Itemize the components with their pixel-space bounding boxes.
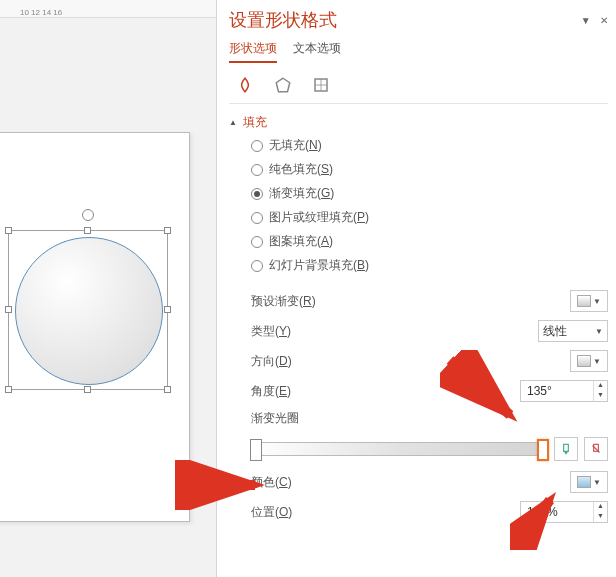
color-swatch-icon	[577, 476, 591, 488]
fill-section-header[interactable]: ▲ 填充	[229, 112, 608, 137]
ruler-marks: 10 12 14 16	[20, 8, 62, 17]
row-position: 位置(O) 100% ▲ ▼	[229, 497, 608, 527]
svg-rect-4	[564, 444, 569, 451]
radio-icon	[251, 260, 263, 272]
resize-handle-w[interactable]	[5, 306, 12, 313]
spinner-down-icon[interactable]: ▼	[594, 512, 607, 522]
row-preset-gradient: 预设渐变(R) ▼	[229, 286, 608, 316]
resize-handle-ne[interactable]	[164, 227, 171, 234]
resize-handle-nw[interactable]	[5, 227, 12, 234]
gradient-stops-label: 渐变光圈	[229, 410, 608, 427]
preset-gradient-dropdown[interactable]: ▼	[570, 290, 608, 312]
effects-icon[interactable]	[271, 73, 295, 97]
spinner-up-icon[interactable]: ▲	[594, 381, 607, 391]
panel-title: 设置形状格式	[229, 8, 337, 32]
type-value: 线性	[543, 323, 567, 340]
svg-marker-5	[564, 451, 569, 455]
gradient-stop-right[interactable]	[537, 439, 549, 461]
fill-section-label: 填充	[243, 114, 267, 131]
position-spinner[interactable]: 100% ▲ ▼	[520, 501, 608, 523]
radio-slide-bg-fill[interactable]: 幻灯片背景填充(B)	[251, 257, 608, 274]
gradient-stop-left[interactable]	[250, 439, 262, 461]
direction-swatch-icon	[577, 355, 591, 367]
row-color: 颜色(C) ▼	[229, 467, 608, 497]
add-stop-button[interactable]	[554, 437, 578, 461]
resize-handle-sw[interactable]	[5, 386, 12, 393]
radio-icon	[251, 164, 263, 176]
panel-menu-caret-icon[interactable]: ▼	[581, 15, 591, 26]
spinner-up-icon[interactable]: ▲	[594, 502, 607, 512]
radio-icon	[251, 188, 263, 200]
direction-dropdown[interactable]: ▼	[570, 350, 608, 372]
radio-gradient-fill[interactable]: 渐变填充(G)	[251, 185, 608, 202]
angle-value: 135°	[521, 384, 593, 398]
collapse-triangle-icon: ▲	[229, 118, 237, 127]
resize-handle-s[interactable]	[84, 386, 91, 393]
circle-shape[interactable]	[15, 237, 163, 385]
radio-icon	[251, 140, 263, 152]
canvas-area: 10 12 14 16	[0, 0, 216, 577]
panel-tabs: 形状选项 文本选项	[229, 40, 608, 63]
resize-handle-se[interactable]	[164, 386, 171, 393]
position-value: 100%	[521, 505, 593, 519]
preset-swatch-icon	[577, 295, 591, 307]
format-shape-panel: 设置形状格式 ▼ ✕ 形状选项 文本选项 ▲ 填充 无填充(N)	[216, 0, 616, 577]
resize-handle-e[interactable]	[164, 306, 171, 313]
selection-box[interactable]	[8, 230, 168, 390]
svg-marker-0	[276, 78, 290, 92]
row-angle: 角度(E) 135° ▲ ▼	[229, 376, 608, 406]
remove-stop-button[interactable]	[584, 437, 608, 461]
radio-solid-fill[interactable]: 纯色填充(S)	[251, 161, 608, 178]
radio-pattern-fill[interactable]: 图案填充(A)	[251, 233, 608, 250]
rotate-handle[interactable]	[82, 209, 94, 221]
resize-handle-n[interactable]	[84, 227, 91, 234]
gradient-slider[interactable]	[251, 442, 548, 456]
tab-shape-options[interactable]: 形状选项	[229, 40, 277, 63]
radio-icon	[251, 236, 263, 248]
row-direction: 方向(D) ▼	[229, 346, 608, 376]
horizontal-ruler: 10 12 14 16	[0, 0, 216, 18]
panel-close-icon[interactable]: ✕	[600, 15, 608, 26]
radio-icon	[251, 212, 263, 224]
size-properties-icon[interactable]	[309, 73, 333, 97]
color-dropdown[interactable]: ▼	[570, 471, 608, 493]
tab-text-options[interactable]: 文本选项	[293, 40, 341, 63]
angle-spinner[interactable]: 135° ▲ ▼	[520, 380, 608, 402]
radio-picture-fill[interactable]: 图片或纹理填充(P)	[251, 209, 608, 226]
spinner-down-icon[interactable]: ▼	[594, 391, 607, 401]
row-type: 类型(Y) 线性▼	[229, 316, 608, 346]
fill-line-icon[interactable]	[233, 73, 257, 97]
radio-no-fill[interactable]: 无填充(N)	[251, 137, 608, 154]
type-dropdown[interactable]: 线性▼	[538, 320, 608, 342]
